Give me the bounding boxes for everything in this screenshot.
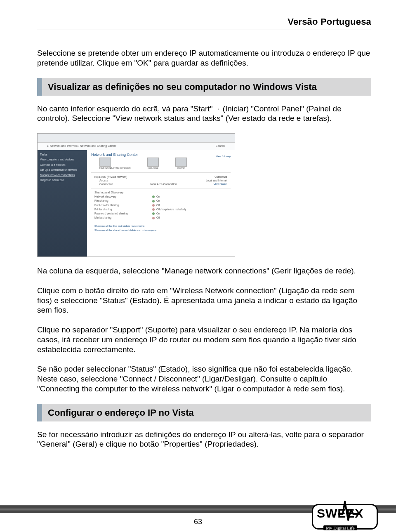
node-label: REINSTALL (This computer): [99, 167, 131, 169]
section-title: Visualizar as definições no seu computad…: [48, 82, 365, 92]
sharing-heading: Sharing and Discovery: [94, 191, 227, 194]
search-label: Search: [216, 144, 225, 147]
main-panel: Network and Sharing Center View full map…: [87, 150, 235, 257]
network-icon: [147, 158, 159, 167]
connection-label: Connection: [99, 183, 113, 186]
intro-paragraph: Seleccione se pretende obter um endereço…: [37, 48, 371, 68]
sharing-row: File sharingOn: [94, 199, 227, 202]
sidebar: Tasks View computers and devices Connect…: [38, 150, 87, 257]
sharing-row: Public folder sharingOff: [94, 204, 227, 207]
breadcrumb: ▸ Network and Internet ▸ Network and Sha…: [47, 144, 116, 147]
section1-paragraph: No canto inferior esquerdo do ecrã, vá p…: [37, 104, 371, 124]
node-label: Internet: [175, 167, 187, 169]
section1-text-a: No canto inferior esquerdo do ecrã, vá p…: [37, 104, 212, 113]
connection-value: Local Area Connection: [150, 183, 177, 186]
window-titlebar: [38, 134, 235, 143]
section-bar-configurar: Configurar o endereço IP no Vista: [37, 404, 371, 421]
access-value: Local and Internet: [206, 179, 227, 182]
node-label: ropa.local: [147, 167, 159, 169]
sidebar-item-manage-connections: Manage network connections: [40, 173, 85, 177]
page-footer: 63 SWEEX My Digital Life: [0, 498, 396, 532]
page-header-title: Versão Portuguesa: [37, 16, 371, 27]
view-status-link: View status: [214, 183, 227, 186]
brand-logo: SWEEX My Digital Life: [312, 499, 378, 531]
sharing-row: Password protected sharingOn: [94, 212, 227, 215]
arrow-icon: →: [212, 104, 220, 113]
globe-icon: [175, 158, 187, 167]
after-p2: Clique com o botão direito do rato em "W…: [37, 286, 371, 315]
after-p1: Na coluna da esquerda, seleccione "Manag…: [37, 266, 371, 276]
customize-link: Customize: [214, 175, 227, 178]
sidebar-item: Set up a connection or network: [40, 168, 85, 172]
screenshot-network-sharing-center: ▸ Network and Internet ▸ Network and Sha…: [37, 133, 235, 257]
sidebar-item: View computers and devices: [40, 158, 85, 162]
brand-tagline: My Digital Life: [323, 525, 357, 530]
page-number: 63: [194, 518, 202, 526]
access-label: Access: [99, 179, 108, 182]
footer-link: Show me all the shared network folders o…: [94, 229, 227, 231]
sharing-row: Printer sharingOff (no printers installe…: [94, 208, 227, 211]
computer-icon: [99, 158, 111, 167]
sidebar-item: Connect to a network: [40, 163, 85, 167]
address-bar: ▸ Network and Internet ▸ Network and Sha…: [38, 143, 235, 150]
section-bar-visualizar: Visualizar as definições no seu computad…: [37, 78, 371, 96]
after-p4: Se não poder seleccionar "Status" (Estad…: [37, 364, 371, 393]
after-p3: Clique no separador "Support" (Suporte) …: [37, 325, 371, 354]
section2-paragraph: Se for necessário introduzir as definiçõ…: [37, 430, 371, 450]
sidebar-heading: Tasks: [40, 153, 85, 157]
section-title: Configurar o endereço IP no Vista: [48, 407, 365, 418]
header-rule: [37, 30, 371, 30]
sharing-row: Network discoveryOn: [94, 195, 227, 198]
brand-name: SWEEX: [317, 506, 363, 520]
sharing-row: Media sharingOff: [94, 216, 227, 219]
sidebar-item: Diagnose and repair: [40, 178, 85, 182]
footer-link: Show me all the files and folders I am s…: [94, 225, 227, 227]
network-name: ropa.local (Private network): [94, 175, 127, 178]
